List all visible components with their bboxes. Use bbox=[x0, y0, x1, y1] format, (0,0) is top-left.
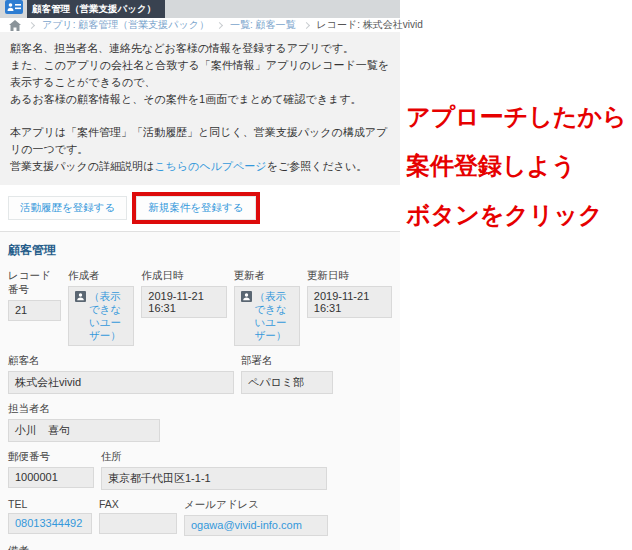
creator-user-link[interactable]: （表示できないユーザー） bbox=[89, 290, 127, 342]
field-label: TEL bbox=[8, 498, 92, 510]
field-memo: 備考 働き方改革ってどうやるんですか～？ bbox=[8, 544, 330, 550]
field-value: 21 bbox=[8, 300, 61, 321]
description-line-with-link: 営業支援パックの詳細説明はこちらのヘルプページをご参照ください。 bbox=[10, 158, 390, 175]
chevron-separator-icon bbox=[28, 21, 35, 28]
address-row: 郵便番号 1000001 住所 東京都千代田区1-1-1 bbox=[8, 450, 392, 490]
field-created-at: 作成日時 2019-11-21 16:31 bbox=[141, 269, 226, 318]
field-zip-code: 郵便番号 1000001 bbox=[8, 450, 94, 488]
field-updated-at: 更新日時 2019-11-21 16:31 bbox=[307, 269, 392, 318]
home-icon[interactable] bbox=[9, 20, 21, 31]
field-label: 郵便番号 bbox=[8, 450, 94, 464]
field-value: 2019-11-21 16:31 bbox=[307, 286, 392, 318]
field-value: 株式会社vivid bbox=[8, 371, 234, 394]
contact-row: 担当者名 小川 喜句 bbox=[8, 402, 392, 442]
record-detail-area: 顧客管理 レコード番号 21 作成者 （表示できないユーザー） 作成日時 201… bbox=[0, 231, 400, 550]
record-meta-row: レコード番号 21 作成者 （表示できないユーザー） 作成日時 2019-11-… bbox=[8, 269, 392, 346]
field-label: メールアドレス bbox=[184, 498, 328, 512]
field-contact-name: 担当者名 小川 喜句 bbox=[8, 402, 160, 442]
field-email: メールアドレス ogawa@vivid-info.com bbox=[184, 498, 328, 536]
field-label: 備考 bbox=[8, 544, 330, 550]
breadcrumb-app-link[interactable]: アプリ: 顧客管理（営業支援パック） bbox=[42, 18, 209, 32]
description-line: 本アプリは「案件管理」「活動履歴」と同じく、営業支援パックの構成アプリの一つです… bbox=[10, 124, 390, 158]
breadcrumb-view-link[interactable]: 一覧: 顧客一覧 bbox=[230, 18, 296, 32]
user-icon bbox=[241, 291, 252, 342]
field-record-number: レコード番号 21 bbox=[8, 269, 61, 321]
phone-row: TEL 08013344492 FAX メールアドレス ogawa@vivid-… bbox=[8, 498, 392, 536]
field-tel: TEL 08013344492 bbox=[8, 498, 92, 534]
app-icon-box bbox=[0, 0, 27, 18]
app-description: 顧客名、担当者名、連絡先などお客様の情報を登録するアプリです。 また、このアプリ… bbox=[0, 32, 400, 185]
user-icon bbox=[75, 291, 86, 342]
field-label: 作成者 bbox=[68, 269, 134, 283]
field-customer-name: 顧客名 株式会社vivid bbox=[8, 354, 234, 394]
field-label: 部署名 bbox=[241, 354, 333, 368]
annotation-line: 案件登録しよう bbox=[406, 141, 627, 190]
field-value: 小川 喜句 bbox=[8, 419, 160, 442]
app-header-bar: 顧客管理（営業支援パック） bbox=[0, 0, 400, 18]
field-label: 更新者 bbox=[234, 269, 300, 283]
description-link-prefix: 営業支援パックの詳細説明は bbox=[10, 160, 154, 172]
page: 顧客管理（営業支援パック） アプリ: 顧客管理（営業支援パック） 一覧: 顧客一… bbox=[0, 0, 632, 550]
contact-card-icon bbox=[5, 0, 23, 18]
app-window: 顧客管理（営業支援パック） アプリ: 顧客管理（営業支援パック） 一覧: 顧客一… bbox=[0, 0, 400, 550]
field-fax: FAX bbox=[99, 498, 177, 534]
field-label: 住所 bbox=[101, 450, 327, 464]
field-value: （表示できないユーザー） bbox=[234, 286, 300, 346]
red-annotation-text: アプローチしたから 案件登録しよう ボタンをクリック bbox=[406, 92, 627, 239]
record-toolbar: 活動履歴を登録する 新規案件を登録する bbox=[0, 185, 400, 231]
field-updater: 更新者 （表示できないユーザー） bbox=[234, 269, 300, 346]
description-line: また、このアプリの会社名と合致する「案件情報」アプリのレコード一覧を表示すること… bbox=[10, 57, 390, 91]
updater-user-link[interactable]: （表示できないユーザー） bbox=[255, 290, 293, 342]
email-link[interactable]: ogawa@vivid-info.com bbox=[184, 515, 328, 536]
field-label: 作成日時 bbox=[141, 269, 226, 283]
field-creator: 作成者 （表示できないユーザー） bbox=[68, 269, 134, 346]
help-page-link[interactable]: こちらのヘルプページ bbox=[154, 160, 266, 172]
breadcrumb-record-current: レコード: 株式会社vivid bbox=[317, 18, 423, 32]
description-line: あるお客様の顧客情報と、その案件を1画面でまとめて確認できます。 bbox=[10, 91, 390, 108]
breadcrumb: アプリ: 顧客管理（営業支援パック） 一覧: 顧客一覧 レコード: 株式会社vi… bbox=[0, 18, 400, 32]
description-link-suffix: をご参照ください。 bbox=[267, 160, 368, 172]
field-value bbox=[99, 513, 177, 534]
tel-link[interactable]: 08013344492 bbox=[8, 513, 92, 534]
register-activity-button[interactable]: 活動履歴を登録する bbox=[8, 196, 127, 220]
field-label: 担当者名 bbox=[8, 402, 160, 416]
field-label: 更新日時 bbox=[307, 269, 392, 283]
app-title: 顧客管理（営業支援パック） bbox=[32, 3, 156, 16]
memo-row: 備考 働き方改革ってどうやるんですか～？ bbox=[8, 544, 392, 550]
app-title-tab[interactable]: 顧客管理（営業支援パック） bbox=[27, 0, 165, 18]
field-department: 部署名 ペパロミ部 bbox=[241, 354, 333, 394]
field-value: 東京都千代田区1-1-1 bbox=[101, 467, 327, 490]
chevron-separator-icon bbox=[216, 21, 223, 28]
field-address: 住所 東京都千代田区1-1-1 bbox=[101, 450, 327, 490]
description-line: 顧客名、担当者名、連絡先などお客様の情報を登録するアプリです。 bbox=[10, 40, 390, 57]
field-label: FAX bbox=[99, 498, 177, 510]
annotation-line: ボタンをクリック bbox=[406, 190, 627, 239]
field-value: ペパロミ部 bbox=[241, 371, 333, 394]
field-value: 2019-11-21 16:31 bbox=[141, 286, 226, 318]
field-value: （表示できないユーザー） bbox=[68, 286, 134, 346]
field-label: 顧客名 bbox=[8, 354, 234, 368]
field-value: 1000001 bbox=[8, 467, 94, 488]
annotation-line: アプローチしたから bbox=[406, 92, 627, 141]
customer-row: 顧客名 株式会社vivid 部署名 ペパロミ部 bbox=[8, 354, 392, 394]
red-highlight-rectangle: 新規案件を登録する bbox=[132, 192, 259, 224]
register-deal-button[interactable]: 新規案件を登録する bbox=[136, 196, 255, 220]
field-label: レコード番号 bbox=[8, 269, 61, 297]
chevron-separator-icon bbox=[302, 21, 309, 28]
section-title: 顧客管理 bbox=[8, 242, 392, 259]
